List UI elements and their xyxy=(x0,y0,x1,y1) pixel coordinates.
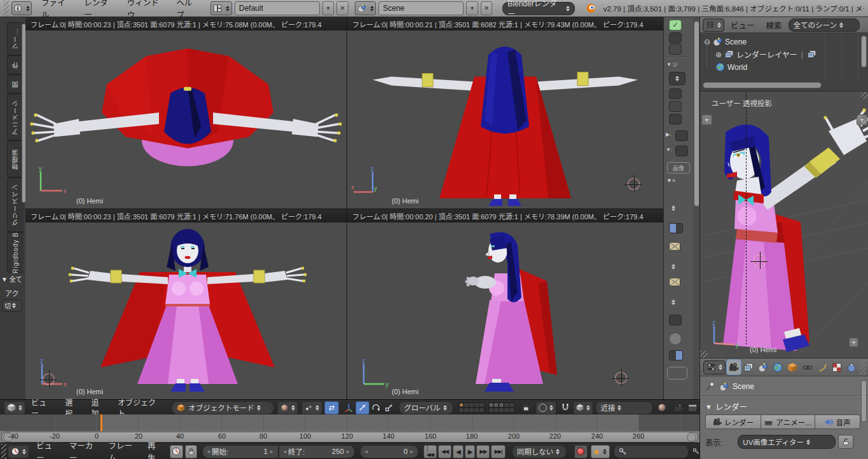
outliner-item-world[interactable]: World xyxy=(715,61,747,73)
cursor-3d[interactable] xyxy=(754,256,765,266)
collapsed-panel-button[interactable] xyxy=(669,44,682,55)
toggle-split[interactable] xyxy=(669,223,683,233)
viewport-back-canvas[interactable]: z x y (0) Hemi xyxy=(347,31,663,209)
layers-grid-2[interactable] xyxy=(488,402,516,413)
editor-type-button-info[interactable] xyxy=(11,1,32,15)
outliner-item-scene[interactable]: ⊖ Scene xyxy=(704,36,747,48)
character-model-back-view[interactable] xyxy=(347,31,663,209)
viewport-top-canvas[interactable]: y x (0) Hemi xyxy=(25,31,347,209)
collapsed-panel-button[interactable] xyxy=(669,101,682,112)
rotate-manipulator-toggle[interactable] xyxy=(369,402,383,414)
manipulate-center-points-toggle[interactable]: ⇄ xyxy=(324,401,339,414)
transform-orientation-dropdown[interactable]: グローバル xyxy=(399,401,453,414)
auto-keyframe-record-button[interactable] xyxy=(574,445,588,458)
close-scene-button[interactable]: × xyxy=(481,1,493,15)
proportional-edit-dropdown[interactable] xyxy=(535,401,556,414)
current-frame-field[interactable]: ◂0▸ xyxy=(360,445,418,458)
manipulator-toggle[interactable] xyxy=(343,402,355,414)
collapsed-spinner[interactable] xyxy=(672,297,675,305)
add-layout-button[interactable]: + xyxy=(322,1,334,15)
render-button[interactable]: レンダー xyxy=(705,414,761,429)
toolshelf-panel-all[interactable]: ▼ 全て xyxy=(1,274,22,284)
collapsed-panel-button[interactable] xyxy=(669,114,682,125)
character-model-front-view[interactable] xyxy=(25,223,347,399)
cursor-3d[interactable] xyxy=(616,373,626,383)
tab-texture[interactable] xyxy=(830,360,843,374)
tab-object[interactable] xyxy=(786,360,799,374)
toolshelf-tab-rigidbody[interactable]: Rigidbody B xyxy=(7,232,24,273)
collapsed-field[interactable] xyxy=(667,367,687,380)
end-frame-field[interactable]: ◂終了:250▸ xyxy=(279,445,355,458)
menu-search[interactable]: 検索 xyxy=(761,19,787,31)
cursor-3d[interactable] xyxy=(43,374,54,385)
previous-keyframe-button[interactable]: ◀◀ xyxy=(438,445,451,458)
scene-selector-icon-button[interactable] xyxy=(355,1,376,15)
screen-layout-icon-button[interactable] xyxy=(210,1,231,15)
translate-manipulator-toggle[interactable] xyxy=(355,401,370,414)
texture-thumbnail[interactable] xyxy=(668,277,681,287)
editor-type-button-timeline[interactable] xyxy=(8,445,29,458)
properties-expand-button[interactable]: + xyxy=(857,114,867,125)
collapsed-panel-arrow[interactable]: ▼:ジ xyxy=(666,60,678,67)
menu-playback[interactable]: 再生 xyxy=(141,439,167,459)
expand-icon[interactable]: ⊖ xyxy=(704,38,710,46)
play-reverse-button[interactable]: ◀ xyxy=(453,445,464,458)
collapsed-color-swatch[interactable] xyxy=(669,332,682,345)
display-mode-dropdown[interactable]: UV画像エディター xyxy=(738,435,836,449)
layers-grid-1[interactable] xyxy=(458,402,486,413)
pin-icon[interactable] xyxy=(705,381,715,392)
header-expand-button[interactable]: + xyxy=(849,338,858,347)
snap-target-dropdown[interactable]: 近接 xyxy=(595,401,652,414)
collapsed-panel-button[interactable] xyxy=(669,32,682,43)
panel-collapse-arrow[interactable]: ▼ xyxy=(705,403,712,411)
collapsed-spinner[interactable] xyxy=(672,203,675,211)
render-engine-dropdown[interactable]: Blenderレンダー xyxy=(502,2,575,15)
render-audio-button[interactable]: 音声 xyxy=(815,414,860,429)
properties-scrollbar[interactable] xyxy=(861,380,867,422)
snap-toggle[interactable] xyxy=(559,402,572,414)
image-button[interactable]: 画像 xyxy=(667,162,690,174)
viewport-front-canvas[interactable]: z x (0) Hemi xyxy=(25,223,347,399)
texture-thumbnail[interactable] xyxy=(668,241,681,252)
start-frame-field[interactable]: ◂開始:1▸ xyxy=(202,445,279,458)
viewport-side-canvas[interactable]: z y (0) Hemi xyxy=(347,223,663,399)
snap-peel-button[interactable] xyxy=(656,402,669,414)
play-button[interactable]: ▶ xyxy=(465,445,476,458)
outliner-filter-dropdown[interactable]: 全てのシーン xyxy=(789,18,860,32)
collapsed-dropdown[interactable] xyxy=(669,72,685,85)
outliner-hscrollbar[interactable] xyxy=(703,82,822,88)
pivot-point-dropdown[interactable] xyxy=(301,401,322,414)
screen-layout-name-field[interactable]: Default xyxy=(235,1,320,15)
character-model-top-view[interactable] xyxy=(25,31,347,209)
scene-name-field[interactable]: Scene xyxy=(378,1,464,15)
collapsed-panel-button[interactable] xyxy=(669,315,682,325)
toggle-split[interactable] xyxy=(669,350,683,360)
tab-render-layers[interactable] xyxy=(742,360,755,374)
editor-type-button-3dview[interactable] xyxy=(4,401,25,414)
jump-to-start-button[interactable]: |◀◀ xyxy=(424,445,437,458)
ruler-scroll-cap-right[interactable] xyxy=(687,432,696,442)
close-layout-button[interactable]: × xyxy=(336,1,348,15)
jump-to-end-button[interactable]: ▶▶| xyxy=(491,445,505,458)
outliner-item-render-layers[interactable]: ⊕ レンダーレイヤー | xyxy=(715,48,816,60)
add-scene-button[interactable]: + xyxy=(466,1,478,15)
lock-to-scene-toggle[interactable] xyxy=(520,402,532,414)
editor-corner-hatch[interactable] xyxy=(1,444,6,459)
collapsed-panel-arrow[interactable]: ▼: xyxy=(666,147,672,153)
editor-type-button-outliner[interactable] xyxy=(703,18,724,32)
character-model-side-view[interactable] xyxy=(347,223,663,399)
timeline-track[interactable] xyxy=(0,414,699,431)
tab-scene[interactable] xyxy=(757,360,769,374)
collapsed-panel-button[interactable] xyxy=(675,146,688,156)
nstrip-scrollbar[interactable] xyxy=(694,21,699,207)
scale-manipulator-toggle[interactable] xyxy=(383,402,396,414)
menu-marker[interactable]: マーカー xyxy=(62,439,102,459)
lock-time-cursor-button[interactable] xyxy=(185,445,197,458)
lock-interface-button[interactable] xyxy=(838,435,853,449)
tab-physics[interactable] xyxy=(845,360,858,374)
time-indicator-button[interactable] xyxy=(170,445,183,458)
editor-corner-hatch[interactable] xyxy=(860,360,865,375)
collapsed-panel-arrow[interactable]: ▶: xyxy=(666,132,671,137)
collapsed-panel-button[interactable] xyxy=(669,88,682,99)
snap-element-dropdown[interactable] xyxy=(573,401,593,414)
